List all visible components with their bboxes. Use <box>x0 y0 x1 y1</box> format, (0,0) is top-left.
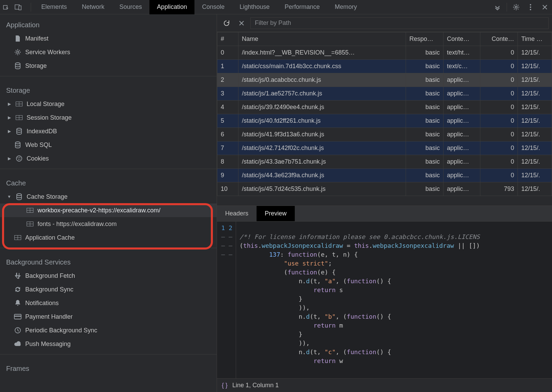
svg-point-18 <box>18 157 19 159</box>
svg-point-17 <box>16 156 22 161</box>
table-row[interactable]: 0/index.html?__WB_REVISION__=6855…basict… <box>217 46 552 60</box>
sidebar-web-sql[interactable]: Web SQL <box>0 138 217 152</box>
sidebar-bg-fetch[interactable]: Background Fetch <box>0 269 217 283</box>
gear-icon <box>14 48 22 56</box>
document-icon <box>14 34 22 43</box>
filter-input[interactable] <box>250 17 549 29</box>
tab-console[interactable]: Console <box>194 0 232 14</box>
sidebar-manifest[interactable]: Manifest <box>0 32 217 45</box>
settings-icon[interactable] <box>509 0 523 14</box>
tab-lighthouse[interactable]: Lighthouse <box>232 0 277 14</box>
sidebar-notifications[interactable]: Notifications <box>0 296 217 310</box>
expand-arrow-icon[interactable]: ▶ <box>7 102 12 106</box>
col-content-length[interactable]: Conte… <box>480 32 518 46</box>
device-toggle-icon[interactable] <box>12 0 25 14</box>
source-code: /*! For license information please see 0… <box>236 222 552 378</box>
col-index[interactable]: # <box>217 32 238 46</box>
label: Local Storage <box>27 101 64 108</box>
detail-tab-preview[interactable]: Preview <box>257 206 295 221</box>
table-icon <box>26 206 34 214</box>
cache-toolbar <box>217 14 552 32</box>
status-bar: { } Line 1, Column 1 <box>217 378 552 392</box>
table-icon <box>14 233 22 242</box>
svg-point-4 <box>530 4 531 5</box>
table-icon <box>15 100 23 108</box>
sidebar-payment-handler[interactable]: Payment Handler <box>0 310 217 323</box>
label: workbox-precache-v2-https://excalidraw.c… <box>38 207 160 214</box>
table-row[interactable]: 5/static/js/40.fd2ff261.chunk.jsbasicapp… <box>217 114 552 128</box>
clear-icon[interactable] <box>235 17 248 29</box>
refresh-icon[interactable] <box>220 17 233 29</box>
collapse-arrow-icon[interactable]: ▼ <box>7 194 12 199</box>
tab-elements[interactable]: Elements <box>34 0 74 14</box>
close-icon[interactable] <box>538 0 552 14</box>
section-application-title: Application <box>0 14 217 32</box>
sidebar-application-cache[interactable]: Application Cache <box>0 231 217 244</box>
label: Web SQL <box>25 141 52 149</box>
sidebar-indexeddb[interactable]: ▶ IndexedDB <box>0 124 217 138</box>
separator <box>507 3 507 12</box>
col-time-cached[interactable]: Time … <box>518 32 552 46</box>
svg-point-5 <box>530 6 531 8</box>
tab-sources[interactable]: Sources <box>112 0 149 14</box>
table-row[interactable]: 8/static/js/43.3ae7b751.chunk.jsbasicapp… <box>217 155 552 169</box>
col-response-type[interactable]: Respo… <box>406 32 444 46</box>
svg-point-22 <box>17 194 21 196</box>
svg-point-6 <box>530 9 531 10</box>
kebab-menu-icon[interactable] <box>523 0 538 14</box>
col-content-type[interactable]: Conte… <box>444 32 480 46</box>
tab-memory[interactable]: Memory <box>327 0 364 14</box>
label: Application Cache <box>25 234 75 241</box>
svg-point-15 <box>17 128 21 130</box>
table-row[interactable]: 4/static/js/39.f2490ee4.chunk.jsbasicapp… <box>217 101 552 114</box>
sidebar-bg-sync[interactable]: Background Sync <box>0 283 217 296</box>
expand-arrow-icon[interactable]: ▶ <box>7 129 12 134</box>
table-row[interactable]: 6/static/js/41.9f3d13a6.chunk.jsbasicapp… <box>217 128 552 141</box>
tab-application[interactable]: Application <box>149 0 194 14</box>
col-name[interactable]: Name <box>238 32 406 46</box>
table-row[interactable]: 7/static/js/42.7142f02c.chunk.jsbasicapp… <box>217 141 552 155</box>
expand-arrow-icon[interactable]: ▶ <box>7 115 12 120</box>
label: IndexedDB <box>27 128 57 135</box>
table-icon <box>15 114 23 122</box>
cache-entry-workbox[interactable]: workbox-precache-v2-https://excalidraw.c… <box>0 203 217 217</box>
table-row[interactable]: 1/static/css/main.7d14b3cc.chunk.cssbasi… <box>217 60 552 73</box>
sidebar-push-messaging[interactable]: Push Messaging <box>0 337 217 351</box>
sidebar-storage-overview[interactable]: Storage <box>0 59 217 73</box>
tab-network[interactable]: Network <box>74 0 112 14</box>
devtools-tabbar: Elements Network Sources Application Con… <box>0 0 552 14</box>
database-icon <box>15 193 23 201</box>
cache-entry-fonts[interactable]: fonts - https://excalidraw.com <box>0 217 217 231</box>
tab-performance[interactable]: Performance <box>277 0 327 14</box>
sidebar-session-storage[interactable]: ▶ Session Storage <box>0 111 217 124</box>
database-icon <box>14 141 22 149</box>
detail-tab-headers[interactable]: Headers <box>217 206 257 221</box>
table-icon <box>26 220 34 228</box>
inspect-icon[interactable] <box>0 0 12 14</box>
svg-point-7 <box>17 51 19 53</box>
sidebar-service-workers[interactable]: Service Workers <box>0 45 217 59</box>
source-preview[interactable]: 1 2 – – – – – – /*! For license informat… <box>217 222 552 378</box>
cache-table-wrap[interactable]: # Name Respo… Conte… Conte… Time … 0/ind… <box>217 32 552 206</box>
cloud-icon <box>14 340 22 348</box>
table-row[interactable]: 10/static/js/45.7d24c535.chunk.jsbasicap… <box>217 182 552 196</box>
table-row[interactable]: 2/static/js/0.acabcbcc.chunk.jsbasicappl… <box>217 73 552 87</box>
clock-icon <box>14 326 22 334</box>
svg-point-8 <box>15 63 20 65</box>
svg-rect-2 <box>19 6 21 10</box>
sidebar-cache-storage[interactable]: ▼ Cache Storage <box>0 190 217 203</box>
sidebar-periodic-sync[interactable]: Periodic Background Sync <box>0 323 217 337</box>
svg-point-20 <box>18 159 19 160</box>
more-tabs-icon[interactable] <box>490 0 505 14</box>
braces-icon[interactable]: { } <box>222 382 228 389</box>
sidebar-cookies[interactable]: ▶ Cookies <box>0 152 217 165</box>
table-row[interactable]: 3/static/js/1.ae52757c.chunk.jsbasicappl… <box>217 87 552 101</box>
expand-arrow-icon[interactable]: ▶ <box>7 156 12 161</box>
table-row[interactable]: 9/static/js/44.3e623f9a.chunk.jsbasicapp… <box>217 169 552 182</box>
line-gutter: 1 2 – – – – – – <box>217 222 236 378</box>
label: Cache Storage <box>27 193 68 200</box>
application-sidebar: Application Manifest Service Workers Sto… <box>0 14 217 392</box>
svg-point-21 <box>20 159 20 160</box>
sidebar-local-storage[interactable]: ▶ Local Storage <box>0 97 217 111</box>
svg-rect-33 <box>14 316 21 317</box>
